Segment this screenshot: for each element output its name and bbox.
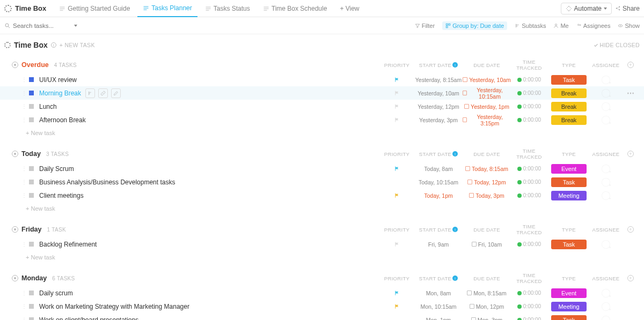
cell-start-date[interactable]: Yesterday, 12pm: [414, 103, 463, 110]
task-row[interactable]: ⋮⋮ Daily Scrum Today, 8am Today, 8:15am …: [0, 162, 644, 175]
info-icon[interactable]: i: [51, 42, 56, 48]
search-box[interactable]: [4, 23, 85, 29]
col-start-date[interactable]: START DATE↑: [414, 59, 463, 71]
edit-icon[interactable]: [111, 88, 121, 98]
cell-start-date[interactable]: Today, 1pm: [414, 192, 463, 199]
add-view-button[interactable]: + View: [334, 0, 364, 17]
cell-priority[interactable]: [379, 103, 414, 109]
cell-due-date[interactable]: Today, 12pm: [463, 179, 511, 185]
cell-due-date[interactable]: Today, 8:15am: [463, 166, 511, 172]
tab-1[interactable]: Tasks Planner: [137, 0, 197, 17]
task-name[interactable]: Afternoon Break: [39, 116, 86, 124]
status-square[interactable]: [29, 91, 34, 95]
new-task-row[interactable]: + New task: [0, 126, 644, 142]
drag-handle-icon[interactable]: ⋮⋮: [21, 303, 26, 309]
share-button[interactable]: Share: [615, 5, 640, 12]
status-square[interactable]: [29, 180, 34, 184]
cell-time-tracked[interactable]: 0:00:00: [511, 192, 547, 198]
cell-type[interactable]: Break: [547, 88, 590, 98]
cell-start-date[interactable]: Mon, 1pm: [414, 317, 463, 321]
task-name[interactable]: Backlog Refinement: [39, 241, 97, 248]
col-assignee[interactable]: ASSIGNEE: [590, 272, 621, 284]
cell-due-date[interactable]: Fri, 10am: [463, 241, 511, 248]
drag-handle-icon[interactable]: ⋮⋮: [21, 317, 26, 320]
cell-assignee[interactable]: [590, 315, 621, 321]
cell-time-tracked[interactable]: 0:00:00: [511, 90, 547, 96]
cell-due-date[interactable]: Today, 3pm: [463, 192, 511, 199]
group-by-button[interactable]: Group by: Due date: [442, 21, 507, 30]
col-time-tracked[interactable]: TIME TRACKED: [511, 272, 547, 284]
cell-type[interactable]: Break: [547, 115, 590, 125]
filter-button[interactable]: Filter: [415, 23, 435, 29]
cell-due-date[interactable]: Mon, 12pm: [463, 303, 511, 310]
task-row[interactable]: ⋮⋮ Work on client/board presentations Mo…: [0, 313, 644, 320]
new-task-row[interactable]: + New task: [0, 251, 644, 266]
group-name[interactable]: Monday: [21, 274, 47, 282]
cell-assignee[interactable]: [590, 177, 621, 187]
hide-closed-button[interactable]: HIDE CLOSED: [594, 42, 640, 48]
drag-handle-icon[interactable]: ⋮⋮: [21, 192, 26, 198]
cell-priority[interactable]: [379, 192, 414, 198]
task-name[interactable]: Daily scrum: [39, 289, 73, 297]
cell-priority[interactable]: [379, 117, 414, 123]
col-assignee[interactable]: ASSIGNEE: [590, 59, 621, 71]
cell-type[interactable]: Event: [547, 164, 590, 174]
search-input[interactable]: [13, 23, 72, 29]
task-row[interactable]: ⋮⋮ Afternoon Break Yesterday, 3pm Yester…: [0, 113, 644, 126]
status-square[interactable]: [29, 166, 34, 171]
task-row[interactable]: ⋮⋮ Lunch Yesterday, 12pm Yesterday, 1pm …: [0, 100, 644, 113]
add-column-button[interactable]: +: [621, 59, 640, 71]
cell-time-tracked[interactable]: 0:00:00: [511, 317, 547, 320]
cell-time-tracked[interactable]: 0:00:00: [511, 117, 547, 123]
add-column-button[interactable]: +: [621, 224, 640, 235]
cell-priority[interactable]: [379, 303, 414, 309]
cell-start-date[interactable]: Yesterday, 3pm: [414, 117, 463, 123]
drag-handle-icon[interactable]: ⋮⋮: [21, 90, 26, 96]
col-priority[interactable]: PRIORITY: [379, 59, 414, 71]
drag-handle-icon[interactable]: ⋮⋮: [21, 103, 26, 109]
cell-assignee[interactable]: [590, 302, 621, 311]
cell-assignee[interactable]: [590, 288, 621, 298]
group-toggle[interactable]: [12, 151, 18, 157]
col-time-tracked[interactable]: TIME TRACKED: [511, 148, 547, 160]
cell-type[interactable]: Event: [547, 288, 590, 298]
cell-assignee[interactable]: [590, 191, 621, 200]
cell-time-tracked[interactable]: 0:00:00: [511, 241, 547, 247]
cell-more[interactable]: ⋯: [621, 89, 640, 98]
col-type[interactable]: TYPE: [547, 272, 590, 284]
task-name[interactable]: Daily Scrum: [39, 165, 74, 173]
col-type[interactable]: TYPE: [547, 224, 590, 235]
task-name[interactable]: Lunch: [39, 103, 57, 110]
automate-button[interactable]: Automate: [561, 3, 612, 14]
cell-start-date[interactable]: Mon, 10:15am: [414, 303, 463, 310]
drag-handle-icon[interactable]: ⋮⋮: [21, 179, 26, 185]
cell-time-tracked[interactable]: 0:00:00: [511, 290, 547, 296]
cell-due-date[interactable]: Yesterday, 1pm: [463, 103, 511, 110]
drag-handle-icon[interactable]: ⋮⋮: [21, 241, 26, 247]
task-name[interactable]: Morning Break: [39, 90, 81, 97]
cell-due-date[interactable]: Yesterday, 10:15am: [463, 87, 511, 100]
col-time-tracked[interactable]: TIME TRACKED: [511, 224, 547, 235]
status-square[interactable]: [29, 77, 34, 82]
cell-due-date[interactable]: Yesterday, 10am: [463, 77, 511, 83]
cell-start-date[interactable]: Fri, 9am: [414, 241, 463, 248]
cell-start-date[interactable]: Mon, 8am: [414, 290, 463, 296]
me-button[interactable]: Me: [553, 23, 568, 29]
cell-start-date[interactable]: Yesterday, 10am: [414, 90, 463, 96]
tab-0[interactable]: Getting Started Guide: [54, 0, 135, 17]
new-task-button[interactable]: + NEW TASK: [60, 42, 95, 48]
group-toggle[interactable]: [12, 226, 18, 233]
status-square[interactable]: [29, 317, 34, 320]
col-assignee[interactable]: ASSIGNEE: [590, 148, 621, 160]
col-start-date[interactable]: START DATE↑: [414, 148, 463, 160]
cell-due-date[interactable]: Yesterday, 3:15pm: [463, 114, 511, 126]
cell-start-date[interactable]: Today, 8am: [414, 166, 463, 172]
add-column-button[interactable]: +: [621, 148, 640, 160]
task-row[interactable]: ⋮⋮ Client meetings Today, 1pm Today, 3pm…: [0, 189, 644, 202]
group-name[interactable]: Friday: [21, 226, 42, 233]
cell-type[interactable]: Task: [547, 315, 590, 321]
col-type[interactable]: TYPE: [547, 59, 590, 71]
show-button[interactable]: Show: [618, 23, 640, 29]
cell-due-date[interactable]: Mon, 8:15am: [463, 290, 511, 296]
cell-start-date[interactable]: Today, 10:15am: [414, 179, 463, 185]
